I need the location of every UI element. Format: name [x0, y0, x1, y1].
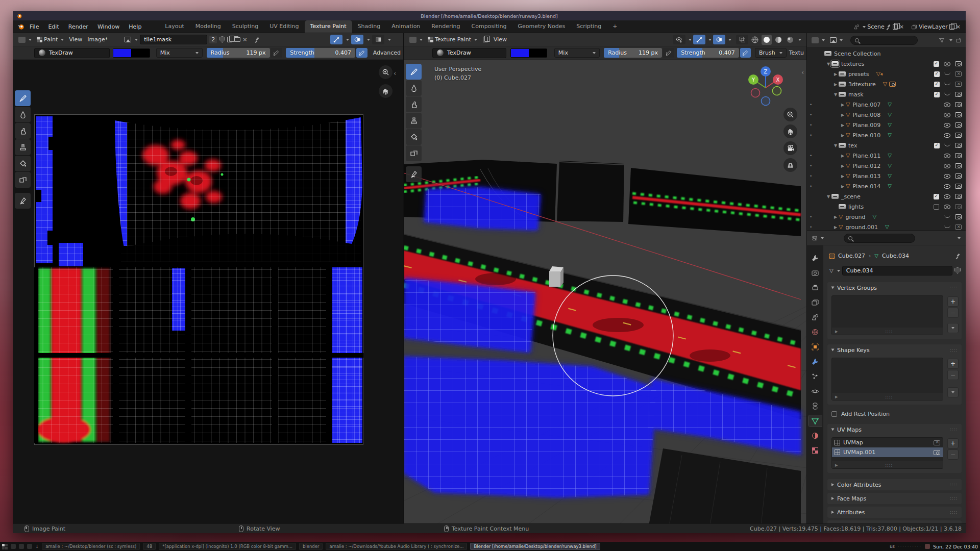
uv-maps-list[interactable]: UVMap UVMap.001 ▸:::: — [831, 437, 943, 469]
properties-tab-view-layer[interactable] — [808, 297, 822, 308]
outliner-item-label[interactable]: ground — [845, 214, 865, 220]
vertex-groups-header[interactable]: Vertex Groups:::: — [827, 282, 962, 293]
shading-solid-button[interactable] — [762, 35, 772, 45]
expander-icon[interactable]: ▼ — [832, 92, 839, 97]
uv-render-toggle-off-icon[interactable] — [934, 440, 940, 445]
mesh-fake-user-icon[interactable] — [954, 267, 961, 274]
panel-collapsed-attributes[interactable]: Attributes:::: — [827, 507, 962, 518]
hide-viewport-eye-icon[interactable] — [944, 123, 950, 128]
blend-mode-dropdown[interactable]: Mix — [156, 48, 203, 58]
properties-tab-render[interactable] — [808, 267, 822, 279]
properties-tab-object[interactable] — [808, 341, 822, 353]
expander-icon[interactable]: ▶ — [840, 174, 846, 179]
radius-pressure-icon[interactable] — [271, 48, 282, 58]
shape-key-add-button[interactable]: + — [947, 359, 959, 369]
expander-icon[interactable]: ▼ — [825, 194, 831, 199]
outliner-item-label[interactable]: Plane.013 — [852, 173, 880, 180]
properties-tab-texture[interactable] — [808, 445, 822, 456]
properties-tab-world[interactable] — [808, 327, 822, 338]
image-tool-annotate[interactable] — [15, 193, 31, 209]
brush-panel-dropdown[interactable]: Brush — [755, 48, 787, 58]
viewport-brush-selector[interactable]: TexDraw — [432, 48, 506, 58]
viewport-tool-soften[interactable] — [406, 80, 422, 96]
expander-icon[interactable]: ▶ — [840, 103, 846, 107]
tab-texture-paint[interactable]: Texture Paint — [305, 20, 352, 33]
tab-plus[interactable]: + — [607, 20, 623, 33]
tab-animation[interactable]: Animation — [386, 20, 426, 33]
viewlayer-remove-icon[interactable]: × — [956, 23, 961, 30]
disable-render-camera-icon[interactable] — [955, 204, 962, 209]
disable-render-camera-icon[interactable] — [955, 194, 962, 199]
uv-maps-header[interactable]: UV Maps:::: — [827, 424, 962, 435]
tab-rendering[interactable]: Rendering — [426, 20, 465, 33]
breadcrumb-data[interactable]: Cube.034 — [882, 253, 909, 259]
mesh-icon[interactable]: ▽ — [829, 268, 834, 273]
shading-dropdown-caret[interactable] — [798, 39, 801, 41]
enable-checkbox[interactable] — [934, 204, 939, 210]
uv-render-toggle-on-icon[interactable] — [934, 450, 940, 455]
hidden-viewport-eye-icon[interactable] — [944, 72, 950, 75]
menu-window[interactable]: Window — [93, 21, 124, 32]
outliner-row-tex[interactable]: ▼tex — [807, 140, 966, 151]
tray-icon[interactable] — [925, 544, 930, 549]
menu-help[interactable]: Help — [124, 21, 146, 32]
outliner-row-plane-011[interactable]: •▶▽Plane.011▽ — [807, 151, 966, 161]
outliner-row-plane-012[interactable]: •▶▽Plane.012▽ — [807, 161, 966, 171]
viewport-strength-pressure-icon[interactable] — [740, 48, 751, 58]
properties-tab-constraints[interactable] — [808, 400, 822, 412]
properties-tab-material[interactable] — [808, 430, 822, 441]
taskbar-window[interactable]: amalie : ~/Desktop/blender (sc : symless… — [42, 543, 140, 550]
zoom-button[interactable] — [379, 65, 393, 79]
tab-shading[interactable]: Shading — [352, 20, 386, 33]
taskbar-window[interactable]: amalie : ~/Downloads/Youtube Audio Libra… — [326, 543, 467, 550]
uv-map-name[interactable]: UVMap.001 — [843, 449, 875, 456]
image-name-field[interactable]: tile1mask — [140, 35, 207, 44]
panel-collapsed-face-maps[interactable]: Face Maps:::: — [827, 493, 962, 504]
outliner-item-label[interactable]: mask — [848, 91, 864, 98]
enable-checkbox[interactable] — [934, 61, 939, 67]
uv-paint-image[interactable] — [34, 114, 363, 445]
disable-render-camera-icon[interactable] — [955, 184, 962, 189]
hide-viewport-eye-icon[interactable] — [944, 174, 950, 179]
shading-material-button[interactable] — [773, 35, 783, 45]
outliner-item-label[interactable]: Plane.009 — [852, 122, 880, 129]
properties-tab-object-data[interactable] — [808, 415, 822, 427]
viewlayer-selector[interactable]: ViewLayer — [919, 23, 948, 30]
image-tool-clone[interactable] — [15, 139, 31, 155]
scene-pin-icon[interactable] — [886, 24, 891, 30]
uv-map-row[interactable]: UVMap — [832, 438, 943, 447]
vertex-groups-list[interactable]: ▸:::: — [831, 295, 943, 335]
hide-viewport-eye-icon[interactable] — [944, 184, 950, 189]
image-browse-caret[interactable] — [135, 39, 138, 41]
new-collection-icon[interactable] — [955, 37, 962, 43]
properties-options-caret[interactable] — [958, 237, 961, 239]
taskbar-window[interactable]: blender — [299, 543, 323, 550]
image-datablock-icon[interactable] — [125, 37, 131, 42]
list-filter-expand[interactable]: ▸ — [835, 328, 838, 335]
uv-map-add-button[interactable]: + — [947, 438, 959, 448]
viewport-tool-smear[interactable] — [406, 96, 422, 112]
outliner-editor-type-button[interactable] — [809, 36, 827, 45]
secondary-color[interactable] — [131, 49, 149, 57]
expander-icon[interactable]: ▶ — [840, 164, 846, 168]
shape-key-remove-button[interactable]: − — [947, 370, 959, 380]
tab-modeling[interactable]: Modeling — [190, 20, 227, 33]
list-filter-expand[interactable]: ▸ — [835, 393, 838, 400]
menu-image[interactable]: Image* — [85, 35, 110, 44]
outliner-row-lights[interactable]: lights — [807, 202, 966, 212]
expander-icon[interactable]: ▼ — [832, 143, 839, 148]
vertex-group-specials-button[interactable] — [947, 323, 959, 333]
taskbar-app-icon[interactable] — [27, 544, 32, 549]
viewport-color-swatch[interactable] — [510, 48, 547, 58]
outliner-row-plane-007[interactable]: •▶▽Plane.007▽ — [807, 99, 966, 110]
expander-icon[interactable]: ▼ — [825, 62, 831, 66]
mesh-name-field[interactable]: Cube.034 — [842, 266, 952, 276]
new-image-icon[interactable] — [227, 37, 232, 42]
taskbar-app-icon[interactable] — [19, 544, 24, 549]
viewport-tool-clone[interactable] — [406, 113, 422, 129]
outliner-item-label[interactable]: _scene — [841, 193, 861, 200]
viewport-overlays-toggle[interactable] — [713, 35, 725, 44]
hide-viewport-eye-icon[interactable] — [944, 133, 950, 138]
enable-checkbox[interactable] — [934, 194, 939, 199]
texture-slot-icon[interactable] — [483, 37, 488, 42]
